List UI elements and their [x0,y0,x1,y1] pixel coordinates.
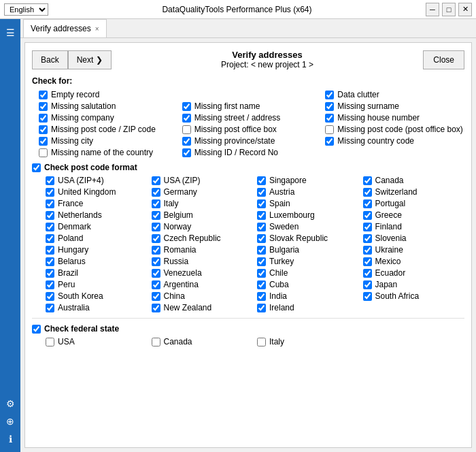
chile-checkbox[interactable] [257,269,266,278]
norway-label[interactable]: Norway [164,222,192,231]
turkey-label[interactable]: Turkey [269,257,294,266]
missing_post_code-label[interactable]: Missing post code / ZIP code [51,125,156,134]
bulgaria-label[interactable]: Bulgaria [269,245,299,255]
belgium-checkbox[interactable] [152,211,160,220]
missing_id-checkbox[interactable] [182,148,191,157]
singapore-checkbox[interactable] [257,176,266,185]
missing_company-checkbox[interactable] [39,114,48,123]
usa_zip4-label[interactable]: USA (ZIP+4) [58,176,104,185]
lifeline-icon[interactable]: ⊕ [4,414,16,429]
south_africa-label[interactable]: South Africa [375,291,420,301]
france-checkbox[interactable] [46,199,54,208]
austria-label[interactable]: Austria [269,187,294,197]
china-label[interactable]: China [164,291,185,301]
missing_first_name-label[interactable]: Missing first name [194,101,260,111]
sidebar-menu-icon[interactable]: ☰ [3,25,18,41]
russia-label[interactable]: Russia [164,257,189,266]
germany-checkbox[interactable] [152,188,160,197]
federal-state-checkbox[interactable] [32,325,41,334]
peru-checkbox[interactable] [46,280,54,289]
india-label[interactable]: India [269,291,287,301]
settings-icon[interactable]: ⚙ [4,396,17,411]
slovenia-label[interactable]: Slovenia [375,233,407,243]
empty_record-checkbox[interactable] [39,91,48,99]
venezuela-checkbox[interactable] [152,269,160,278]
usa_zip4-checkbox[interactable] [46,176,54,185]
hungary-label[interactable]: Hungary [58,245,88,255]
slovak_republic-label[interactable]: Slovak Republic [269,233,328,243]
data_clutter-checkbox[interactable] [325,91,334,99]
argentina-checkbox[interactable] [152,280,160,289]
fed_usa-checkbox[interactable] [46,338,54,346]
austria-checkbox[interactable] [257,188,266,197]
ireland-label[interactable]: Ireland [269,303,294,312]
missing_post_code_po-label[interactable]: Missing post code (post office box) [337,125,463,134]
portugal-checkbox[interactable] [363,199,372,208]
belgium-label[interactable]: Belgium [164,210,193,220]
back-button[interactable]: Back [32,50,68,69]
south_africa-checkbox[interactable] [363,292,372,301]
empty_record-label[interactable]: Empty record [51,90,99,99]
missing_post_office_box-checkbox[interactable] [182,125,191,134]
data_clutter-label[interactable]: Data clutter [337,90,379,99]
missing_street-checkbox[interactable] [182,114,191,123]
uk-checkbox[interactable] [46,188,54,197]
fed_canada-checkbox[interactable] [152,338,160,346]
poland-checkbox[interactable] [46,234,54,243]
missing_name_country-checkbox[interactable] [39,148,48,157]
france-label[interactable]: France [58,199,83,208]
slovenia-checkbox[interactable] [363,234,372,243]
cuba-label[interactable]: Cuba [269,280,289,289]
missing_post_code-checkbox[interactable] [39,125,48,134]
missing_first_name-checkbox[interactable] [182,102,191,111]
czech_republic-checkbox[interactable] [152,234,160,243]
new_zealand-label[interactable]: New Zealand [164,303,212,312]
tab-close-icon[interactable]: × [95,25,99,33]
ireland-checkbox[interactable] [257,304,266,312]
spain-checkbox[interactable] [257,199,266,208]
ukraine-checkbox[interactable] [363,246,372,255]
poland-label[interactable]: Poland [58,233,83,243]
india-checkbox[interactable] [257,292,266,301]
post-code-format-label[interactable]: Check post code format [44,163,137,172]
australia-checkbox[interactable] [46,304,54,312]
spain-label[interactable]: Spain [269,199,290,208]
japan-checkbox[interactable] [363,280,372,289]
finland-checkbox[interactable] [363,223,372,231]
italy-checkbox[interactable] [152,199,160,208]
missing_province-checkbox[interactable] [182,137,191,146]
missing_country_code-label[interactable]: Missing country code [337,136,414,146]
mexico-label[interactable]: Mexico [375,257,401,266]
netherlands-label[interactable]: Netherlands [58,210,102,220]
singapore-label[interactable]: Singapore [269,176,307,185]
belarus-label[interactable]: Belarus [58,257,86,266]
ukraine-label[interactable]: Ukraine [375,245,403,255]
germany-label[interactable]: Germany [164,187,197,197]
cuba-checkbox[interactable] [257,280,266,289]
mexico-checkbox[interactable] [363,257,372,266]
verify-addresses-tab[interactable]: Verify addresses × [23,19,107,37]
bulgaria-checkbox[interactable] [257,246,266,255]
canada-checkbox[interactable] [363,176,372,185]
czech_republic-label[interactable]: Czech Republic [164,233,221,243]
missing_salutation-label[interactable]: Missing salutation [51,101,116,111]
minimize-button[interactable]: ─ [426,3,439,16]
missing_house_number-label[interactable]: Missing house number [337,113,420,123]
china-checkbox[interactable] [152,292,160,301]
fed_usa-label[interactable]: USA [58,337,75,346]
window-close-button[interactable]: ✕ [458,3,472,16]
missing_city-checkbox[interactable] [39,137,48,146]
brazil-checkbox[interactable] [46,269,54,278]
sweden-label[interactable]: Sweden [269,222,299,231]
ecuador-checkbox[interactable] [363,269,372,278]
romania-label[interactable]: Romania [164,245,197,255]
language-selector[interactable]: English [4,3,48,16]
luxembourg-label[interactable]: Luxembourg [269,210,315,220]
australia-label[interactable]: Australia [58,303,90,312]
venezuela-label[interactable]: Venezuela [164,268,202,278]
denmark-checkbox[interactable] [46,223,54,231]
missing_country_code-checkbox[interactable] [325,137,334,146]
japan-label[interactable]: Japan [375,280,398,289]
missing_house_number-checkbox[interactable] [325,114,334,123]
romania-checkbox[interactable] [152,246,160,255]
